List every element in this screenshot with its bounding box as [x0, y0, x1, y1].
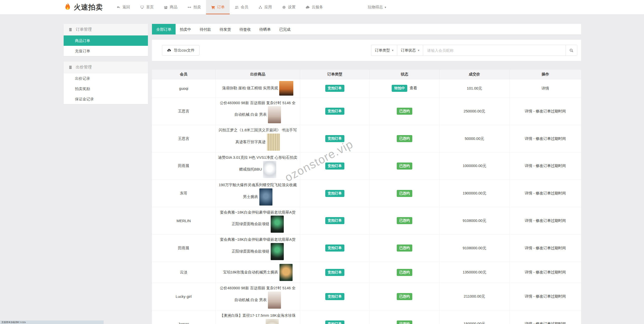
member-cell: James: [152, 310, 215, 324]
sidebar-item-bid-records[interactable]: 出价记录: [64, 73, 148, 84]
brand-logo[interactable]: 火速拍卖: [64, 0, 103, 14]
detail-link[interactable]: 详情: [525, 164, 532, 168]
detail-link[interactable]: 详情: [525, 191, 532, 195]
tab-auctioning[interactable]: 拍卖中: [176, 24, 195, 34]
sidebar-group-header-orders[interactable]: 订单管理: [64, 24, 148, 35]
product-cell: 【澳洲白珠】直径17-17.5mm 18K金海水珍珠吊坠大溪地D102: [215, 310, 300, 324]
modify-expiry-link[interactable]: 修改订单过期时间: [536, 321, 566, 324]
product-title: 宝珀18k玫瑰金自动机械男士腕表: [223, 270, 278, 274]
product-title: 公价483900 98新 百达翡丽 复杂计时 5146 全自动机械 白金 男表: [220, 286, 296, 302]
modify-expiry-link[interactable]: 修改订单过期时间: [536, 218, 566, 223]
user-menu[interactable]: 玩物得志 ▾: [368, 0, 386, 14]
product-image: [266, 319, 279, 324]
nav-item-members[interactable]: 会员: [230, 0, 253, 14]
detail-link[interactable]: 详情: [525, 109, 532, 113]
export-csv-button[interactable]: 导出csv文件: [162, 45, 199, 56]
table-row: James 【澳洲白珠】直径17-17.5mm 18K金海水珍珠吊坠大溪地D10…: [152, 310, 581, 324]
modify-expiry-link[interactable]: 修改订单过期时间: [536, 294, 566, 298]
actions-cell: 详情 - 修改订单过期时间: [509, 310, 581, 324]
product-image: [267, 134, 280, 151]
status-cell: 已违约: [370, 125, 439, 152]
table-row: guoqi 蒲扇弥勒 崖柏 做工精细 实用美观 竞拍订单 转拍中查看 101.0…: [152, 79, 581, 98]
main-nav: 返回 首页 商品 拍卖 订单 会员 应用 设置: [111, 0, 328, 14]
actions-cell: 详情 - 修改订单过期时间: [509, 180, 581, 207]
sidebar-item-goods-orders[interactable]: 商品订单: [64, 35, 148, 46]
nav-item-home[interactable]: 首页: [135, 0, 159, 14]
nav-item-settings[interactable]: 设置: [277, 0, 301, 14]
member-cell: 王思言: [152, 98, 215, 125]
product-title: 宴会典雅~18K白金伴钻豪华镶嵌老坑翡翠A货正阳绿蛋面晚会款项链: [220, 237, 295, 253]
nav-item-goods[interactable]: 商品: [159, 0, 182, 14]
user-menu-label: 玩物得志: [368, 5, 383, 10]
product-image: [279, 264, 293, 281]
arrows-h-icon: [187, 5, 191, 9]
product-cell: 190万宇舶大爆炸灵魂系列镂空陀飞轮顶尖收藏男士腕表: [215, 180, 300, 207]
order-status-dropdown[interactable]: 订单状态 ▾: [397, 45, 423, 56]
order-type-dropdown[interactable]: 订单类型 ▾: [371, 45, 397, 56]
tab-completed[interactable]: 已完成: [275, 24, 295, 34]
product-cell: 公价483900 98新 百达翡丽 复杂计时 5146 全自动机械 白金 男表: [215, 283, 300, 310]
nav-item-cloud[interactable]: 云服务: [301, 0, 328, 14]
member-search-input[interactable]: [423, 45, 566, 56]
price-cell: 1000000.00元: [439, 152, 509, 180]
sidebar-group-bid-management: 出价管理 出价记录 拍卖奖励 保证金记录: [64, 62, 148, 104]
nav-item-label: 拍卖: [193, 5, 201, 10]
view-link[interactable]: 查看: [410, 86, 417, 90]
column-header-status: 状态: [370, 70, 439, 79]
nav-item-orders[interactable]: 订单: [206, 0, 230, 14]
tab-pending-review[interactable]: 待晒单: [255, 24, 275, 34]
nav-item-back[interactable]: 返回: [111, 0, 135, 14]
tab-all-orders[interactable]: 全部订单: [152, 24, 176, 34]
price-cell: 1900000.00元: [439, 180, 509, 207]
product-cell: 迪赞GIA 3.01克拉 H色 VVS1净度 心形钻石拍卖赠戒指托BBU: [215, 152, 300, 180]
price-cell: 150000.00元: [439, 310, 509, 324]
modify-expiry-link[interactable]: 修改订单过期时间: [536, 136, 566, 141]
order-type-badge: 竞拍订单: [325, 190, 344, 197]
action-separator: -: [532, 109, 536, 113]
table-row: 云淡 宝珀18k玫瑰金自动机械男士腕表 竞拍订单 已违约 1350000.00元…: [152, 262, 581, 283]
tab-pending-receipt[interactable]: 待签收: [235, 24, 255, 34]
modify-expiry-link[interactable]: 修改订单过期时间: [536, 109, 566, 113]
nav-item-auction[interactable]: 拍卖: [182, 0, 206, 14]
member-cell: guoqi: [152, 79, 215, 98]
sidebar-group-header-bids[interactable]: 出价管理: [64, 62, 148, 73]
order-type-badge: 竞拍订单: [325, 108, 344, 115]
price-cell: 9108000.00元: [439, 207, 509, 234]
tab-pending-shipment[interactable]: 待发货: [215, 24, 235, 34]
detail-link[interactable]: 详情: [525, 136, 532, 141]
gift-icon: [164, 5, 168, 9]
modify-expiry-link[interactable]: 修改订单过期时间: [536, 191, 566, 195]
detail-link[interactable]: 详情: [542, 86, 549, 90]
caret-down-icon: ▾: [418, 49, 419, 52]
product-cell: 公价483900 98新 百达翡丽 复杂计时 5146 全自动机械 白金 男表: [215, 98, 300, 125]
detail-link[interactable]: 详情: [525, 321, 532, 324]
status-cell: 转拍中查看: [370, 79, 439, 98]
search-filter-group: 订单类型 ▾ 订单状态 ▾: [371, 45, 577, 56]
product-title: 闪拍王梦之《1.8米三国演义开篇词》 书法手写真迹客厅挂字真迹: [219, 128, 297, 144]
sidebar-item-auction-rewards[interactable]: 拍卖奖励: [64, 84, 148, 94]
nav-item-label: 返回: [123, 5, 130, 10]
sidebar-item-deposit-records[interactable]: 保证金记录: [64, 94, 148, 104]
sidebar-group-title: 出价管理: [76, 65, 92, 70]
search-button[interactable]: [566, 45, 577, 56]
tab-pending-payment[interactable]: 待付款: [195, 24, 215, 34]
nav-item-apps[interactable]: 应用: [253, 0, 277, 14]
price-cell: 9108000.00元: [439, 234, 509, 262]
modify-expiry-link[interactable]: 修改订单过期时间: [536, 164, 566, 168]
modify-expiry-link[interactable]: 修改订单过期时间: [536, 270, 566, 274]
detail-link[interactable]: 详情: [525, 270, 532, 274]
order-type-cell: 竞拍订单: [300, 98, 370, 125]
modify-expiry-link[interactable]: 修改订单过期时间: [536, 246, 566, 250]
users-icon: [235, 5, 239, 9]
detail-link[interactable]: 详情: [525, 246, 532, 250]
actions-cell: 详情 - 修改订单过期时间: [509, 262, 581, 283]
detail-link[interactable]: 详情: [525, 218, 532, 223]
nav-item-label: 订单: [217, 5, 225, 10]
detail-link[interactable]: 详情: [525, 294, 532, 298]
order-type-badge: 竞拍订单: [325, 269, 344, 276]
order-type-cell: 竞拍订单: [300, 207, 370, 234]
product-image: [259, 188, 272, 206]
sidebar-item-recharge-orders[interactable]: 充值订单: [64, 46, 148, 56]
order-status-label: 订单状态: [401, 48, 416, 53]
status-badge: 已违约: [397, 320, 412, 324]
